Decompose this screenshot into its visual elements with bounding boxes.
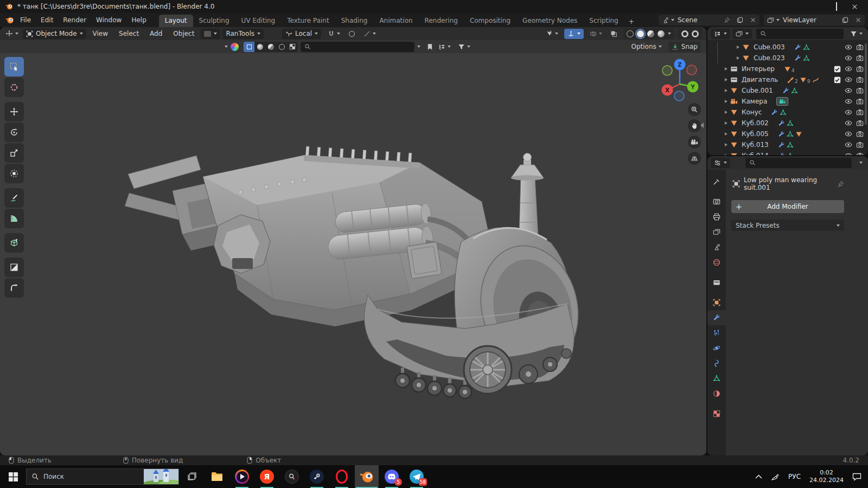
tab-world[interactable]: [707, 255, 726, 270]
hide-viewport-eye-icon[interactable]: [845, 98, 852, 105]
disable-render-camera-icon[interactable]: [856, 76, 864, 84]
navigation-gizmo[interactable]: Z X Y: [654, 56, 706, 105]
add-modifier-button[interactable]: + Add Modifier: [731, 200, 844, 213]
disable-render-camera-icon[interactable]: [856, 152, 864, 155]
shading-rendered-button[interactable]: [658, 30, 665, 37]
hide-viewport-eye-icon[interactable]: [845, 87, 852, 94]
disable-render-camera-icon[interactable]: [856, 87, 864, 94]
tool-corner-bend[interactable]: [4, 278, 24, 298]
disable-render-camera-icon[interactable]: [856, 43, 864, 51]
tab-physics[interactable]: [707, 341, 726, 356]
region-collapse-arrow[interactable]: [700, 123, 704, 128]
menu-edit[interactable]: Edit: [36, 13, 58, 27]
overlays-dropdown[interactable]: [588, 29, 604, 39]
scene-pin-button[interactable]: [720, 15, 733, 25]
studio-light-button[interactable]: [681, 30, 688, 37]
tab-texture[interactable]: [707, 406, 726, 421]
shading-solid-button[interactable]: [637, 30, 644, 37]
tab-material[interactable]: [707, 386, 726, 401]
close-button[interactable]: [851, 3, 858, 10]
tool-fallback-dropdown[interactable]: [201, 29, 220, 39]
telegram-button[interactable]: 58: [405, 465, 429, 488]
viewlayer-new-button[interactable]: [839, 15, 852, 25]
shading-wireframe-button[interactable]: [627, 30, 634, 37]
tab-sculpting[interactable]: Sculpting: [193, 15, 235, 27]
hide-viewport-eye-icon[interactable]: [845, 43, 852, 51]
gizmo-x-label[interactable]: X: [665, 87, 669, 93]
tool-select-box[interactable]: [4, 57, 24, 76]
tab-geometry-nodes[interactable]: Geometry Nodes: [516, 15, 583, 27]
outliner-row-kub005[interactable]: Куб.005: [707, 129, 868, 139]
disclosure-icon[interactable]: [737, 46, 739, 49]
file-explorer-button[interactable]: [205, 465, 229, 488]
tab-output[interactable]: [707, 209, 726, 224]
opera-button[interactable]: [330, 465, 354, 488]
pan-hand-button[interactable]: [688, 119, 701, 132]
gizmo-y-label[interactable]: Y: [690, 84, 695, 90]
disclosure-icon[interactable]: [737, 56, 739, 60]
hide-viewport-eye-icon[interactable]: [845, 152, 852, 155]
disable-render-camera-icon[interactable]: [856, 130, 864, 138]
mode-dropdown[interactable]: Object Mode: [23, 29, 86, 39]
editor-type-dropdown[interactable]: [3, 29, 21, 39]
tab-object-data[interactable]: [707, 371, 726, 386]
pin-icon[interactable]: [837, 181, 844, 188]
disable-render-camera-icon[interactable]: [856, 141, 864, 149]
notification-center-icon[interactable]: [852, 473, 861, 481]
disclosure-icon[interactable]: [725, 67, 727, 70]
viewlayer-browse-button[interactable]: [764, 15, 783, 25]
camera-data-button[interactable]: [776, 97, 788, 106]
properties-editor-type-dropdown[interactable]: [711, 158, 730, 168]
tab-particles[interactable]: [707, 325, 726, 341]
outliner-row-cone[interactable]: Конус: [707, 107, 868, 118]
tab-object[interactable]: [707, 295, 726, 310]
gizmos-toggle[interactable]: [564, 29, 584, 39]
start-button[interactable]: [0, 465, 26, 488]
tool-shading-box[interactable]: [4, 258, 24, 277]
outliner-row-cube001[interactable]: Cube.001: [707, 85, 868, 96]
hide-viewport-eye-icon[interactable]: [845, 76, 852, 84]
clock[interactable]: 0:02 24.02.2024: [809, 469, 844, 485]
tab-layout[interactable]: Layout: [159, 15, 193, 27]
tool-annotate[interactable]: [4, 188, 24, 208]
tool-add-cube[interactable]: [4, 233, 24, 253]
menu-view[interactable]: View: [88, 30, 112, 37]
yandex-browser-button[interactable]: Я: [255, 465, 279, 488]
blender-taskbar-button[interactable]: [355, 465, 379, 488]
menu-render[interactable]: Render: [58, 13, 91, 27]
menu-help[interactable]: Help: [126, 13, 151, 27]
media-player-button[interactable]: [230, 465, 254, 488]
hide-viewport-eye-icon[interactable]: [845, 130, 852, 138]
scene-browse-button[interactable]: [659, 15, 678, 25]
gizmo-minus-x-handle[interactable]: [687, 65, 697, 75]
disclosure-icon[interactable]: [725, 100, 727, 103]
exclude-checkbox[interactable]: [834, 66, 841, 73]
outliner-row-camera[interactable]: Камера: [707, 96, 868, 107]
tab-view-layer[interactable]: [707, 224, 726, 240]
tab-animation[interactable]: Animation: [373, 15, 418, 27]
disable-render-camera-icon[interactable]: [856, 108, 864, 116]
viewlayer-remove-button[interactable]: [852, 15, 865, 25]
disclosure-icon[interactable]: [725, 121, 727, 125]
transform-orientation-dropdown[interactable]: Local: [282, 29, 321, 39]
properties-options-chevron[interactable]: [857, 158, 865, 168]
maximize-button[interactable]: [836, 3, 837, 10]
outliner-row-engine-collection[interactable]: Двигатель 2 9: [707, 74, 868, 85]
tool-move[interactable]: [4, 102, 24, 121]
disclosure-icon[interactable]: [725, 111, 727, 114]
menu-object[interactable]: Object: [169, 30, 199, 37]
outliner-row-kub014[interactable]: Куб.014: [707, 150, 868, 155]
matcap-button[interactable]: [692, 30, 699, 37]
rantools-menu[interactable]: RanTools: [222, 29, 264, 39]
steam-button[interactable]: [305, 465, 329, 488]
outliner-row-cube023[interactable]: Cube.023: [707, 53, 868, 63]
language-indicator[interactable]: РУС: [788, 473, 801, 480]
snapping-dropdown[interactable]: [326, 29, 342, 39]
scene-new-button[interactable]: [733, 15, 746, 25]
hide-viewport-eye-icon[interactable]: [845, 141, 852, 149]
properties-search-input[interactable]: [745, 158, 852, 168]
shading-dropdown[interactable]: [668, 33, 671, 35]
hide-viewport-eye-icon[interactable]: [845, 108, 852, 116]
scene-name[interactable]: Scene: [678, 16, 720, 24]
search-app-button[interactable]: [280, 465, 304, 488]
